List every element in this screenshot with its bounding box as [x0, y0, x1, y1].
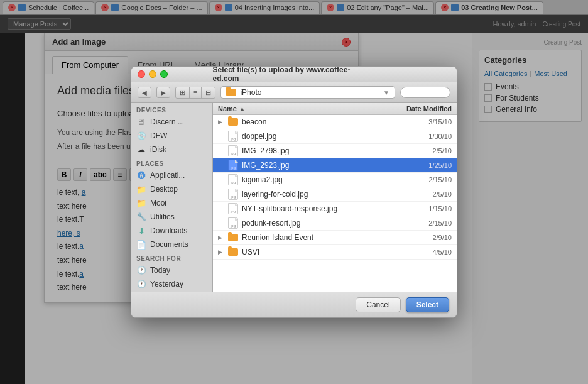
jpg-icon: jpg [227, 160, 239, 170]
sidebar-desktop-label: Desktop [150, 185, 178, 194]
mac-select-button[interactable]: Select [406, 297, 449, 312]
mac-dialog-overlay: Select file(s) to upload by www.coffee-e… [0, 0, 588, 384]
date-column-header[interactable]: Date Modified [395, 105, 452, 112]
file-row-podunk[interactable]: jpg podunk-resort.jpg 2/15/10 [213, 216, 457, 231]
folder-icon [227, 233, 239, 243]
file-name: Reunion Island Event [242, 233, 395, 242]
mac-body: DEVICES 🖥 Discern ... 💿 DFW ☁ iDisk PLAC… [131, 103, 457, 292]
file-row-img2798[interactable]: jpg IMG_2798.jpg 2/5/10 [213, 144, 457, 158]
sidebar-item-yesterday[interactable]: 🕐 Yesterday [131, 277, 212, 291]
jpg-icon: jpg [227, 175, 239, 185]
forward-btn[interactable]: ▶ [156, 87, 170, 98]
jpg-icon: jpg [227, 218, 239, 228]
file-row-layering[interactable]: jpg layering-for-cold.jpg 2/5/10 [213, 187, 457, 202]
sidebar-item-utilities[interactable]: 🔧 Utilities [131, 210, 212, 224]
yesterday-icon: 🕐 [136, 279, 146, 289]
search-for-header: SEARCH FOR [131, 251, 212, 263]
jpg-icon: jpg [227, 131, 239, 141]
folder-icon [227, 117, 239, 127]
disc-icon: 💿 [136, 131, 146, 141]
file-name: IMG_2923.jpg [242, 161, 395, 170]
mac-toolbar: ◀ ▶ ⊞ ≡ ⊟ iPhoto ▼ [131, 82, 457, 103]
file-name: beacon [242, 118, 395, 126]
mac-minimize-btn[interactable] [149, 70, 156, 78]
sidebar-item-downloads[interactable]: ⬇ Downloads [131, 224, 212, 238]
file-name: layering-for-cold.jpg [242, 190, 395, 199]
file-row-img2923[interactable]: jpg IMG_2923.jpg 1/25/10 [213, 158, 457, 173]
sidebar-item-idisk[interactable]: ☁ iDisk [131, 143, 212, 156]
sort-arrow-icon: ▲ [239, 106, 245, 112]
location-text: iPhoto [240, 88, 379, 97]
search-input[interactable] [400, 87, 450, 98]
file-date: 2/5/10 [395, 190, 452, 198]
sidebar-mooi-label: Mooi [150, 199, 166, 207]
file-name: USVI [242, 248, 395, 256]
file-date: 2/15/10 [395, 176, 452, 184]
file-date: 1/15/10 [395, 205, 452, 212]
idisk-icon: ☁ [136, 145, 146, 155]
sidebar-item-documents[interactable]: 📄 Documents [131, 238, 212, 251]
expand-arrow-icon: ▶ [218, 249, 227, 255]
file-date: 2/5/10 [395, 147, 452, 155]
sidebar-item-today[interactable]: 🕐 Today [131, 263, 212, 277]
expand-arrow-icon: ▶ [218, 119, 227, 125]
sidebar-item-mooi[interactable]: 📁 Mooi [131, 196, 212, 210]
folder-icon [227, 247, 239, 257]
file-date: 2/15/10 [395, 219, 452, 227]
file-name: NYT-splitboard-response.jpg [242, 204, 395, 213]
sidebar-item-discern[interactable]: 🖥 Discern ... [131, 115, 212, 129]
location-dropdown-arrow[interactable]: ▼ [383, 89, 389, 96]
sidebar-dfw-label: DFW [150, 131, 167, 140]
jpg-icon: jpg [227, 189, 239, 199]
file-row-beacon[interactable]: ▶ beacon 3/15/10 [213, 115, 457, 129]
file-row-nyt[interactable]: jpg NYT-splitboard-response.jpg 1/15/10 [213, 202, 457, 216]
downloads-icon: ⬇ [136, 226, 146, 236]
file-name: doppel.jpg [242, 132, 395, 141]
jpg-icon: jpg [227, 146, 239, 156]
file-row-usvi[interactable]: ▶ USVI 4/5/10 [213, 245, 457, 260]
sidebar-discern-label: Discern ... [150, 118, 184, 126]
file-date: 4/5/10 [395, 248, 452, 256]
sidebar-applications-label: Applicati... [150, 171, 185, 180]
mac-file-list: Name ▲ Date Modified ▶ beacon 3/15/10 jp… [213, 103, 457, 292]
mac-file-dialog: Select file(s) to upload by www.coffee-e… [131, 66, 457, 318]
sidebar-today-label: Today [150, 266, 170, 275]
icon-view-btn[interactable]: ⊞ [176, 87, 190, 98]
file-row-doppel[interactable]: jpg doppel.jpg 1/30/10 [213, 129, 457, 144]
name-column-header[interactable]: Name ▲ [218, 105, 395, 112]
file-name: IMG_2798.jpg [242, 146, 395, 155]
sidebar-utilities-label: Utilities [150, 212, 175, 221]
folder-icon [226, 89, 236, 96]
view-buttons: ⊞ ≡ ⊟ [175, 87, 215, 99]
today-icon: 🕐 [136, 265, 146, 275]
applications-icon: 🅐 [136, 170, 146, 180]
desktop-icon: 📁 [136, 184, 146, 194]
mac-dialog-title: Select file(s) to upload by www.coffee-e… [213, 66, 376, 83]
file-row-kigoma[interactable]: jpg kigoma2.jpg 2/15/10 [213, 173, 457, 187]
sidebar-yesterday-label: Yesterday [150, 280, 183, 288]
sidebar-downloads-label: Downloads [150, 226, 187, 235]
file-date: 1/25/10 [395, 162, 452, 169]
list-view-btn[interactable]: ≡ [190, 87, 202, 98]
back-btn[interactable]: ◀ [138, 87, 151, 98]
mooi-folder-icon: 📁 [136, 198, 146, 208]
sidebar-item-dfw[interactable]: 💿 DFW [131, 129, 212, 143]
expand-arrow-icon: ▶ [218, 234, 227, 241]
jpg-icon: jpg [227, 204, 239, 214]
file-row-reunion[interactable]: ▶ Reunion Island Event 2/9/10 [213, 231, 457, 245]
column-view-btn[interactable]: ⊟ [202, 87, 215, 98]
mac-sidebar: DEVICES 🖥 Discern ... 💿 DFW ☁ iDisk PLAC… [131, 103, 213, 292]
file-date: 1/30/10 [395, 133, 452, 140]
mac-title-bar: Select file(s) to upload by www.coffee-e… [131, 67, 457, 82]
hdd-icon: 🖥 [136, 117, 146, 127]
location-bar[interactable]: iPhoto ▼ [220, 86, 395, 99]
mac-cancel-button[interactable]: Cancel [356, 297, 400, 312]
places-header: PLACES [131, 156, 212, 168]
mac-maximize-btn[interactable] [160, 70, 168, 78]
sidebar-documents-label: Documents [150, 240, 188, 249]
documents-icon: 📄 [136, 239, 146, 250]
mac-close-btn[interactable] [138, 70, 145, 78]
sidebar-item-applications[interactable]: 🅐 Applicati... [131, 168, 212, 182]
file-name: podunk-resort.jpg [242, 219, 395, 228]
sidebar-item-desktop[interactable]: 📁 Desktop [131, 182, 212, 196]
